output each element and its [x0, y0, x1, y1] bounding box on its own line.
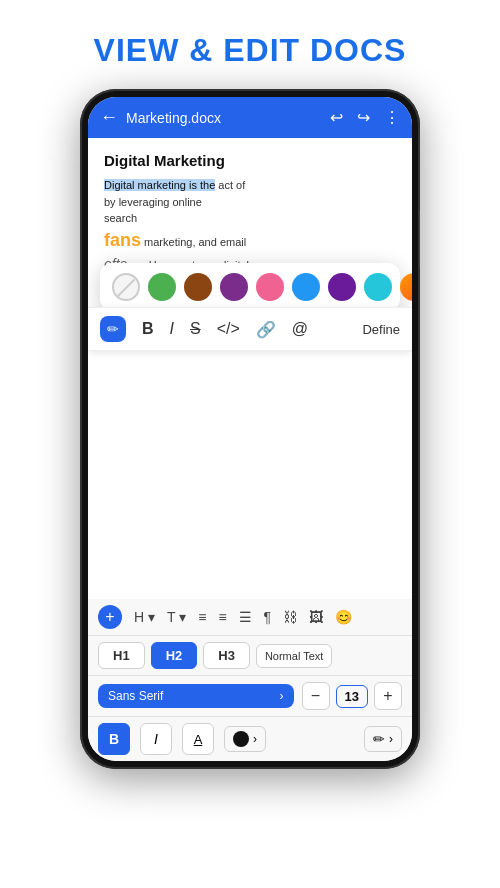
define-button[interactable]: Define [362, 322, 400, 337]
font-row: Sans Serif › − 13 + [88, 676, 412, 717]
font-size-controls: − 13 + [302, 682, 402, 710]
align-center-button[interactable]: ≡ [218, 609, 226, 625]
app-toolbar: ← Marketing.docx ↩ ↪ ⋮ [88, 97, 412, 138]
add-content-button[interactable]: + [98, 605, 122, 629]
h1-button[interactable]: H1 [98, 642, 145, 669]
align-left-button[interactable]: ≡ [198, 609, 206, 625]
h3-button[interactable]: H3 [203, 642, 250, 669]
color-picker-popup [100, 263, 400, 311]
italic-style-icon: I [154, 731, 158, 747]
document-filename: Marketing.docx [126, 110, 322, 126]
undo-button[interactable]: ↩ [330, 108, 343, 127]
font-family-selector[interactable]: Sans Serif › [98, 684, 294, 708]
redo-button[interactable]: ↪ [357, 108, 370, 127]
heading-dropdown-button[interactable]: H ▾ [134, 609, 155, 625]
normal-text-button[interactable]: Normal Text [256, 644, 332, 668]
text-style-button[interactable]: T ▾ [167, 609, 186, 625]
text-color-button[interactable]: › [224, 726, 266, 752]
bold-style-icon: B [109, 731, 119, 747]
pencil-highlight-arrow: › [389, 732, 393, 746]
page-title: VIEW & EDIT DOCS [0, 0, 500, 89]
bold-style-button[interactable]: B [98, 723, 130, 755]
text-color-dot [233, 731, 249, 747]
plus-icon: + [105, 608, 114, 626]
color-dark-purple-button[interactable] [328, 273, 356, 301]
document-heading: Digital Marketing [104, 152, 396, 169]
list-button[interactable]: ☰ [239, 609, 252, 625]
bold-button[interactable]: B [142, 320, 154, 338]
image-insert-button[interactable]: 🖼 [309, 609, 323, 625]
font-name-label: Sans Serif [108, 689, 163, 703]
italic-style-button[interactable]: I [140, 723, 172, 755]
text-line2: by leveraging online [104, 196, 202, 208]
color-brown-button[interactable] [184, 273, 212, 301]
color-teal-button[interactable] [364, 273, 392, 301]
italic-button[interactable]: I [170, 320, 174, 338]
color-pink-button[interactable] [256, 273, 284, 301]
font-chevron-icon: › [280, 689, 284, 703]
bottom-toolbar-row1: + H ▾ T ▾ ≡ ≡ ☰ ¶ ⛓ 🖼 😊 [88, 599, 412, 636]
text-after-selected: act of [218, 179, 245, 191]
color-purple-button[interactable] [220, 273, 248, 301]
text-fans: fans [104, 230, 141, 250]
pencil-icon: ✏ [107, 321, 119, 337]
heading-buttons-row: H1 H2 H3 Normal Text [88, 636, 412, 676]
style-row: B I A › ✏ › [88, 717, 412, 761]
color-blue-button[interactable] [292, 273, 320, 301]
h2-button[interactable]: H2 [151, 642, 198, 669]
paragraph-button[interactable]: ¶ [264, 609, 272, 625]
back-button[interactable]: ← [100, 107, 118, 128]
emoji-button[interactable]: 😊 [335, 609, 352, 625]
underline-style-icon: A [194, 732, 203, 747]
phone-frame: ← Marketing.docx ↩ ↪ ⋮ Digital Marketing… [80, 89, 420, 769]
color-none-button[interactable] [112, 273, 140, 301]
font-size-decrease-button[interactable]: − [302, 682, 330, 710]
toolbar-actions: ↩ ↪ ⋮ [330, 108, 400, 127]
phone-screen: ← Marketing.docx ↩ ↪ ⋮ Digital Marketing… [88, 97, 412, 761]
pencil-mode-button[interactable]: ✏ [100, 316, 126, 342]
mention-button[interactable]: @ [292, 320, 308, 338]
text-line3: marketing, and email [144, 236, 246, 248]
selected-text: Digital marketing is the [104, 179, 215, 191]
link-insert-button[interactable]: ⛓ [283, 609, 297, 625]
highlight-color-button[interactable]: ✏ › [364, 726, 402, 752]
text-color-chevron: › [253, 732, 257, 746]
link-button[interactable]: 🔗 [256, 320, 276, 339]
strikethrough-button[interactable]: S [190, 320, 201, 338]
more-options-button[interactable]: ⋮ [384, 108, 400, 127]
pencil-highlight-icon: ✏ [373, 731, 385, 747]
format-toolbar: ✏ B I S </> 🔗 @ Define [88, 307, 412, 351]
underline-style-button[interactable]: A [182, 723, 214, 755]
font-size-increase-button[interactable]: + [374, 682, 402, 710]
code-button[interactable]: </> [217, 320, 240, 338]
bottom-toolbar: + H ▾ T ▾ ≡ ≡ ☰ ¶ ⛓ 🖼 😊 H1 H2 H3 [88, 599, 412, 761]
text-paragraph: search [104, 212, 137, 224]
font-size-value[interactable]: 13 [336, 685, 368, 708]
color-green-button[interactable] [148, 273, 176, 301]
